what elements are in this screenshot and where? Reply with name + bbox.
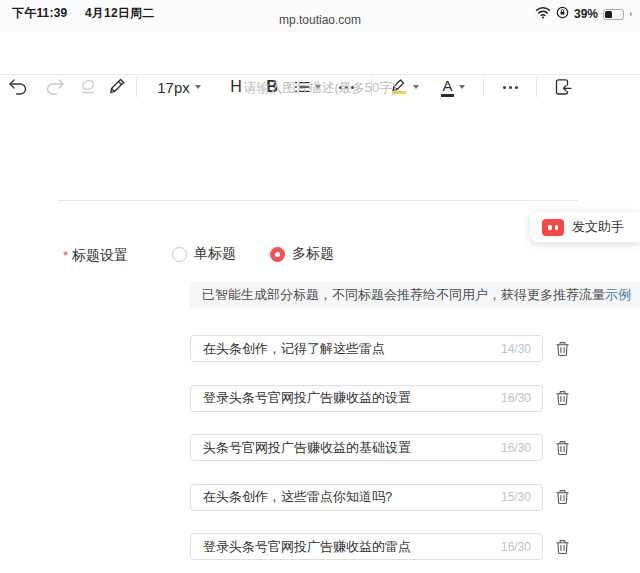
publish-assistant-button[interactable]: 发文助手 <box>530 212 640 242</box>
battery-icon <box>603 9 624 20</box>
title-input-1[interactable] <box>190 335 543 362</box>
radio-label: 多标题 <box>292 245 334 263</box>
trash-icon <box>555 390 570 406</box>
title-row: 14/30 <box>190 335 574 362</box>
char-counter: 16/30 <box>501 540 531 554</box>
browser-chrome: 下午11:39 4月12日周二 mp.toutiao.com 39% <box>0 0 640 34</box>
required-asterisk: * <box>63 248 68 263</box>
orientation-lock-icon <box>556 5 569 23</box>
status-bar-right: 39% <box>535 5 632 23</box>
title-list: 14/30 16/30 16/30 <box>190 335 574 573</box>
title-settings-label: *标题设置 <box>63 247 128 265</box>
char-counter: 14/30 <box>501 342 531 356</box>
title-input-2[interactable] <box>190 385 543 412</box>
char-counter: 15/30 <box>501 490 531 504</box>
editor-toolbar: 17px H B <box>0 33 640 75</box>
title-row: 16/30 <box>190 385 574 412</box>
screen: 下午11:39 4月12日周二 mp.toutiao.com 39% <box>0 0 640 573</box>
smart-title-notice: 已智能生成部分标题，不同标题会推荐给不同用户，获得更多推荐流量示例 <box>190 282 640 308</box>
delete-title-button[interactable] <box>552 487 572 507</box>
example-link[interactable]: 示例 <box>605 286 631 304</box>
radio-label: 单标题 <box>194 245 236 263</box>
image-caption-placeholder[interactable]: 请输入图片描述(最多50字) <box>0 79 640 97</box>
char-counter: 16/30 <box>501 391 531 405</box>
title-mode-radio-group: 单标题 多标题 <box>172 245 368 263</box>
battery-tip <box>630 12 632 16</box>
trash-icon <box>555 440 570 456</box>
wifi-icon <box>535 5 551 23</box>
delete-title-button[interactable] <box>552 388 572 408</box>
title-input-3[interactable] <box>190 434 543 461</box>
delete-title-button[interactable] <box>552 438 572 458</box>
trash-icon <box>555 341 570 357</box>
assistant-robot-icon <box>542 219 564 236</box>
content-divider <box>58 200 578 201</box>
battery-percent: 39% <box>574 7 598 21</box>
radio-single-title[interactable]: 单标题 <box>172 245 236 263</box>
delete-title-button[interactable] <box>552 339 572 359</box>
radio-circle-selected[interactable] <box>270 247 285 262</box>
radio-multi-title[interactable]: 多标题 <box>270 245 334 263</box>
title-row: 15/30 <box>190 484 574 511</box>
delete-title-button[interactable] <box>552 537 572 557</box>
title-row: 16/30 <box>190 434 574 461</box>
assistant-label: 发文助手 <box>572 218 624 236</box>
notice-text: 已智能生成部分标题，不同标题会推荐给不同用户，获得更多推荐流量 <box>202 286 605 304</box>
title-input-5[interactable] <box>190 533 543 560</box>
title-input-4[interactable] <box>190 484 543 511</box>
char-counter: 16/30 <box>501 441 531 455</box>
trash-icon <box>555 539 570 555</box>
title-row: 16/30 <box>190 533 574 560</box>
radio-circle-unselected[interactable] <box>172 247 187 262</box>
trash-icon <box>555 489 570 505</box>
